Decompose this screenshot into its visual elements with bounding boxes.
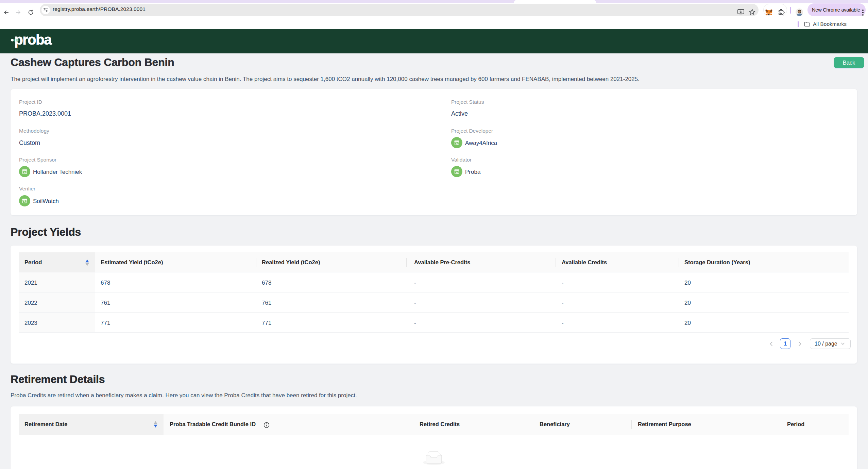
svg-text:proba: proba [14,33,52,48]
